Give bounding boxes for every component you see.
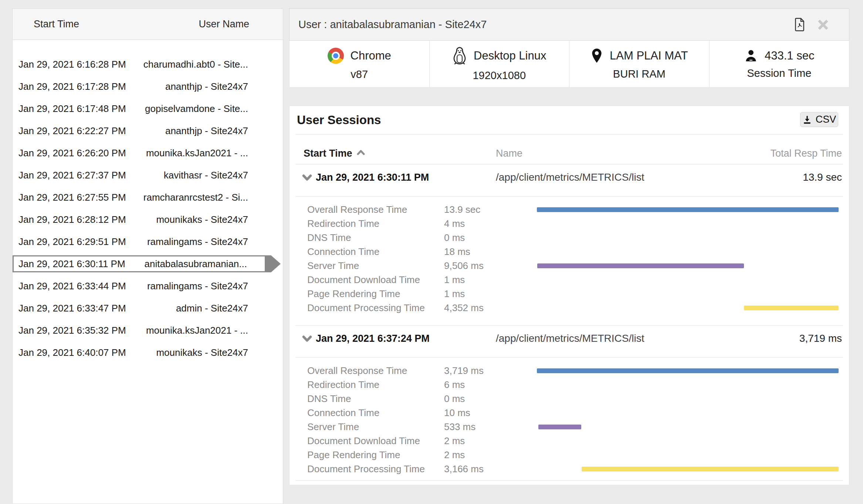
session-row[interactable]: Jan 29, 2021 6:37:24 PM /app/client/metr… [290,326,849,357]
metric-bar-track [537,411,839,415]
metric-label: Document Download Time [290,274,444,286]
list-item-user: ramcharanrcstest2 - Si... [143,192,248,203]
list-item-time: Jan 29, 2021 6:30:11 PM [18,258,125,270]
user-detail-header: User : anitabalasubramanian - Site24x7 [289,8,849,41]
session-list-item[interactable]: Jan 29, 2021 6:40:07 PM mounikaks - Site… [13,341,266,364]
list-item-user: kavithasr - Site24x7 [164,170,248,181]
collapse-chevron-icon[interactable] [302,174,312,181]
session-list-header: Start Time User Name [13,9,283,40]
list-item-time: Jan 29, 2021 6:33:47 PM [18,303,126,314]
list-item-time: Jan 29, 2021 6:22:27 PM [18,125,126,137]
metric-bar-track [537,249,839,254]
session-list-item[interactable]: Jan 29, 2021 6:29:51 PM ramalingams - Si… [13,231,266,253]
metric-label: Server Time [290,421,444,433]
list-item-time: Jan 29, 2021 6:35:32 PM [18,325,126,336]
location-region: BURI RAM [613,68,666,80]
info-cell-os: Desktop Linux 1920x1080 [429,41,569,87]
session-list-item[interactable]: Jan 29, 2021 6:17:48 PM gopiselvamdone -… [13,98,266,120]
metric-row: Document Download Time 1 ms [290,273,849,287]
metric-value: 9,506 ms [444,260,537,272]
metric-value: 4,352 ms [444,302,537,314]
close-icon[interactable] [816,18,830,31]
metric-value: 4 ms [444,218,537,229]
person-icon [744,49,758,63]
metric-bar-track [537,207,839,212]
metric-row: DNS Time 0 ms [290,231,849,245]
session-list-item[interactable]: Jan 29, 2021 6:22:27 PM ananthjp - Site2… [13,120,266,142]
sessions-col-total-resp[interactable]: Total Resp Time [770,148,849,159]
sessions-col-name[interactable]: Name [496,148,522,159]
list-item-user: mounika.ksJan2021 - ... [146,325,248,336]
list-item-user: anitabalasubramanian... [144,258,247,270]
session-list-item[interactable]: Jan 29, 2021 6:27:55 PM ramcharanrcstest… [13,186,266,208]
metric-bar [538,425,582,429]
list-item-time: Jan 29, 2021 6:26:20 PM [18,147,126,159]
metric-bar-track [537,425,839,429]
session-list-item[interactable]: Jan 29, 2021 6:35:32 PM mounika.ksJan202… [13,319,266,341]
session-start-time: Jan 29, 2021 6:37:24 PM [316,333,430,344]
metric-label: Connection Time [290,407,444,419]
session-list-item[interactable]: Jan 29, 2021 6:17:28 PM ananthjp - Site2… [13,75,266,98]
list-item-user: ramalingams - Site24x7 [147,280,248,292]
metric-label: Redirection Time [290,379,444,391]
metric-label: Document Processing Time [290,463,444,475]
collapse-chevron-icon[interactable] [302,336,312,342]
metric-row: Document Download Time 2 ms [290,434,849,448]
session-list-item[interactable]: Jan 29, 2021 6:30:11 PM anitabalasubrama… [13,255,266,272]
list-item-time: Jan 29, 2021 6:33:44 PM [18,280,126,292]
csv-export-button[interactable]: CSV [800,112,838,127]
list-item-time: Jan 29, 2021 6:27:37 PM [18,170,126,181]
session-list-item[interactable]: Jan 29, 2021 6:28:12 PM mounikaks - Site… [13,208,266,231]
session-metrics: Overall Response Time 13.9 sec Redirecti… [290,197,849,325]
list-item-user: charumadhi.abt0 - Site... [143,59,248,70]
export-pdf-icon[interactable] [794,18,805,31]
metric-value: 13.9 sec [444,204,537,215]
session-metrics: Overall Response Time 3,719 ms Redirecti… [290,358,849,480]
list-item-time: Jan 29, 2021 6:17:48 PM [18,103,126,115]
metric-label: Server Time [290,260,444,272]
metric-label: DNS Time [290,232,444,244]
session-time-value: 433.1 sec [765,49,814,62]
session-list-item[interactable]: Jan 29, 2021 6:26:20 PM mounika.ksJan202… [13,142,266,164]
session-row[interactable]: Jan 29, 2021 6:30:11 PM /app/client/metr… [290,164,849,196]
list-item-time: Jan 29, 2021 6:40:07 PM [18,347,126,358]
metric-row: DNS Time 0 ms [290,392,849,406]
session-list-item[interactable]: Jan 29, 2021 6:27:37 PM kavithasr - Site… [13,164,266,186]
list-item-user: gopiselvamdone - Site... [145,103,248,115]
user-sessions-panel: User Sessions CSV Start Time Name Total … [289,106,849,485]
info-cell-browser: Chrome v87 [290,41,429,87]
metric-label: Redirection Time [290,218,444,229]
sessions-body: Jan 29, 2021 6:30:11 PM /app/client/metr… [290,164,849,481]
metric-value: 533 ms [444,421,537,433]
metric-value: 6 ms [444,379,537,391]
list-item-user: mounikaks - Site24x7 [156,214,248,225]
metric-bar-track [537,382,839,387]
session-list-item[interactable]: Jan 29, 2021 6:16:28 PM charumadhi.abt0 … [13,53,266,75]
session-list-item[interactable]: Jan 29, 2021 6:33:47 PM admin - Site24x7 [13,297,266,319]
metric-bar [744,306,839,310]
metric-bar-track [537,396,839,401]
list-item-time: Jan 29, 2021 6:17:28 PM [18,81,126,92]
metric-value: 2 ms [444,435,537,447]
metric-bar-track [537,263,839,268]
sessions-table-header: Start Time Name Total Resp Time [290,134,849,164]
browser-name: Chrome [351,49,391,62]
session-time-label: Session Time [747,67,811,79]
session-name: /app/client/metrics/METRICS/list [496,333,644,344]
session-list-body: Jan 29, 2021 6:16:28 PM charumadhi.abt0 … [13,40,283,364]
metric-row: Overall Response Time 13.9 sec [290,202,849,217]
session-name: /app/client/metrics/METRICS/list [496,171,644,183]
metric-label: Connection Time [290,246,444,258]
session-info-strip: Chrome v87 Desktop Linux 1920x1080 LAM [289,41,849,88]
metric-bar-track [537,453,839,457]
metric-label: DNS Time [290,393,444,405]
sessions-col-start-time[interactable]: Start Time [304,148,352,159]
metric-bar-track [537,306,839,310]
metric-bar [537,263,744,268]
metric-bar-track [537,292,839,296]
session-total: 13.9 sec [803,171,849,183]
metric-bar [537,368,839,373]
metric-label: Page Rendering Time [290,449,444,461]
metric-bar [582,467,839,471]
session-list-item[interactable]: Jan 29, 2021 6:33:44 PM ramalingams - Si… [13,275,266,297]
